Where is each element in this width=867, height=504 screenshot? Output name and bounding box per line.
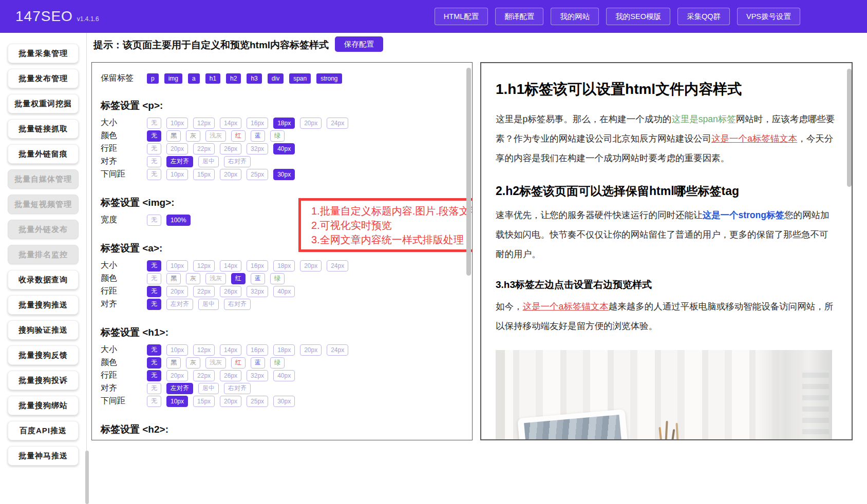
option-chip[interactable]: 40px <box>273 370 295 381</box>
scrollbar-thumb[interactable] <box>466 68 471 276</box>
option-chip[interactable]: 无 <box>147 299 161 310</box>
option-chip[interactable]: 居中 <box>198 383 219 394</box>
option-chip[interactable]: 无 <box>147 156 161 167</box>
option-chip[interactable]: 14px <box>220 260 241 272</box>
option-chip[interactable]: 绿 <box>270 273 285 284</box>
sidebar-item[interactable]: 批量发布管理 <box>8 69 79 88</box>
sidebar-item[interactable]: 批量外链留痕 <box>8 144 79 164</box>
option-chip[interactable]: 灰 <box>186 130 200 142</box>
option-chip[interactable]: 20px <box>166 286 188 297</box>
option-chip[interactable]: 26px <box>220 370 241 381</box>
keep-tag-chip[interactable]: strong <box>316 73 342 84</box>
option-chip[interactable]: 22px <box>193 143 215 154</box>
option-chip[interactable]: 22px <box>193 286 215 297</box>
option-chip[interactable]: 红 <box>231 130 246 142</box>
option-chip[interactable]: 12px <box>193 118 215 129</box>
option-chip[interactable]: 右对齐 <box>224 299 251 310</box>
scrollbar-thumb[interactable] <box>847 69 852 187</box>
option-chip[interactable]: 绿 <box>270 357 285 369</box>
scrollbar-thumb[interactable] <box>85 451 89 504</box>
option-chip[interactable]: 32px <box>247 143 268 154</box>
option-chip[interactable]: 灰 <box>186 357 200 369</box>
keep-tag-chip[interactable]: img <box>164 73 182 84</box>
option-chip[interactable]: 26px <box>220 143 241 154</box>
option-chip[interactable]: 黑 <box>166 273 181 284</box>
option-chip[interactable]: 灰 <box>186 273 200 284</box>
option-chip[interactable]: 黑 <box>166 357 181 369</box>
option-chip[interactable]: 32px <box>247 370 268 381</box>
option-chip[interactable]: 无 <box>147 169 161 180</box>
option-chip[interactable]: 无 <box>147 260 161 272</box>
option-chip[interactable]: 40px <box>273 286 295 297</box>
option-chip[interactable]: 左对齐 <box>166 299 193 310</box>
option-chip[interactable]: 30px <box>273 169 295 180</box>
option-chip[interactable]: 无 <box>147 118 161 129</box>
option-chip[interactable]: 16px <box>247 344 268 356</box>
option-chip[interactable]: 20px <box>300 118 322 129</box>
option-chip[interactable]: 25px <box>247 396 268 407</box>
sidebar-item[interactable]: 批量搜狗推送 <box>8 295 79 315</box>
option-chip[interactable]: 40px <box>273 143 295 154</box>
option-chip[interactable]: 红 <box>231 357 246 369</box>
option-chip[interactable]: 18px <box>273 118 295 129</box>
option-chip[interactable]: 10px <box>166 118 188 129</box>
option-chip[interactable]: 浅灰 <box>205 357 226 369</box>
anchor-link-text[interactable]: 这是一个a标签锚文本 <box>523 301 609 312</box>
option-chip[interactable]: 22px <box>193 370 215 381</box>
option-chip[interactable]: 32px <box>247 286 268 297</box>
sidebar-item[interactable]: 批量权重词挖掘 <box>8 94 79 113</box>
nav-button[interactable]: 采集QQ群 <box>677 8 730 25</box>
keep-tag-chip[interactable]: a <box>188 73 200 84</box>
keep-tag-chip[interactable]: span <box>289 73 311 84</box>
option-chip[interactable]: 10px <box>166 169 188 180</box>
option-chip[interactable]: 无 <box>147 215 161 226</box>
sidebar-item[interactable]: 搜狗验证推送 <box>8 320 79 340</box>
option-chip[interactable]: 10px <box>166 396 188 407</box>
nav-button[interactable]: HTML配置 <box>435 8 488 25</box>
option-chip[interactable]: 15px <box>193 169 215 180</box>
keep-tag-chip[interactable]: div <box>268 73 284 84</box>
sidebar-item[interactable]: 批量采集管理 <box>8 44 79 63</box>
option-chip[interactable]: 16px <box>247 260 268 272</box>
sidebar-item[interactable]: 批量搜狗反馈 <box>8 345 79 365</box>
option-chip[interactable]: 24px <box>327 344 348 356</box>
option-chip[interactable]: 14px <box>220 118 241 129</box>
option-chip[interactable]: 左对齐 <box>166 383 193 394</box>
option-chip[interactable]: 12px <box>193 260 215 272</box>
sidebar-item[interactable]: 收录数据查询 <box>8 270 79 289</box>
option-chip[interactable]: 30px <box>273 396 295 407</box>
option-chip[interactable]: 无 <box>147 130 161 142</box>
option-chip[interactable]: 10px <box>166 344 188 356</box>
option-chip[interactable]: 浅灰 <box>205 130 226 142</box>
option-chip[interactable]: 15px <box>193 396 215 407</box>
option-chip[interactable]: 无 <box>147 286 161 297</box>
option-chip[interactable]: 25px <box>247 169 268 180</box>
option-chip[interactable]: 绿 <box>270 130 285 142</box>
option-chip[interactable]: 黑 <box>166 130 181 142</box>
option-chip[interactable]: 12px <box>193 344 215 356</box>
option-chip[interactable]: 20px <box>220 396 241 407</box>
nav-button[interactable]: 我的SEO模版 <box>606 8 670 25</box>
nav-button[interactable]: VPS拨号设置 <box>737 8 800 25</box>
option-chip[interactable]: 18px <box>273 344 295 356</box>
option-chip[interactable]: 右对齐 <box>224 156 251 167</box>
option-chip[interactable]: 左对齐 <box>166 156 193 167</box>
option-chip[interactable]: 100% <box>166 215 191 226</box>
option-chip[interactable]: 26px <box>220 286 241 297</box>
option-chip[interactable]: 右对齐 <box>224 383 251 394</box>
sidebar-item[interactable]: 批量搜狗投诉 <box>8 371 79 390</box>
option-chip[interactable]: 24px <box>327 118 348 129</box>
keep-tag-chip[interactable]: p <box>147 73 159 84</box>
save-config-button[interactable]: 保存配置 <box>335 36 383 52</box>
option-chip[interactable]: 红 <box>231 273 246 284</box>
option-chip[interactable]: 蓝 <box>251 273 265 284</box>
option-chip[interactable]: 20px <box>166 370 188 381</box>
option-chip[interactable]: 无 <box>147 273 161 284</box>
anchor-link-text[interactable]: 这是一个a标签锚文本 <box>711 133 797 144</box>
nav-button[interactable]: 我的网站 <box>551 8 599 25</box>
option-chip[interactable]: 居中 <box>198 156 219 167</box>
option-chip[interactable]: 20px <box>220 169 241 180</box>
option-chip[interactable]: 20px <box>166 143 188 154</box>
option-chip[interactable]: 无 <box>147 344 161 356</box>
option-chip[interactable]: 14px <box>220 344 241 356</box>
